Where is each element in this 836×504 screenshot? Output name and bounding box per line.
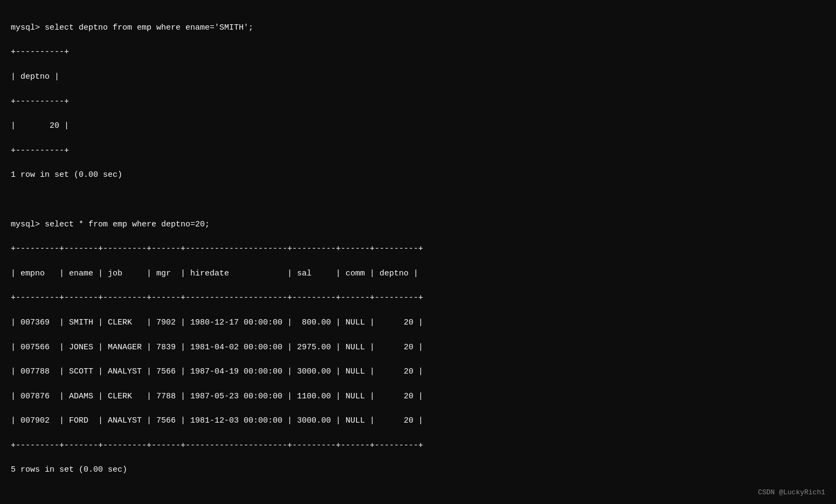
table2-row4: | 007876 | ADAMS | CLERK | 7788 | 1987-0… xyxy=(11,392,423,401)
table1-row1: | 20 | xyxy=(11,121,69,130)
query1-line: mysql> select deptno from emp where enam… xyxy=(11,23,253,32)
table2-row5: | 007902 | FORD | ANALYST | 7566 | 1981-… xyxy=(11,416,423,425)
table1-border-top: +----------+ xyxy=(11,47,69,57)
table2-row2: | 007566 | JONES | MANAGER | 7839 | 1981… xyxy=(11,343,423,352)
table1-border-bot: +----------+ xyxy=(11,146,69,155)
watermark-text: CSDN @LuckyRich1 xyxy=(758,487,825,498)
table2-row3: | 007788 | SCOTT | ANALYST | 7566 | 1987… xyxy=(11,367,423,376)
table1-result: 1 row in set (0.00 sec) xyxy=(11,170,122,179)
query2-line: mysql> select * from emp where deptno=20… xyxy=(11,220,210,229)
table2-border-top: +---------+-------+---------+------+----… xyxy=(11,244,423,253)
terminal-output: mysql> select deptno from emp where enam… xyxy=(11,10,825,504)
table1-border-mid: +----------+ xyxy=(11,97,69,106)
table2-result: 5 rows in set (0.00 sec) xyxy=(11,465,127,474)
table2-border-bot: +---------+-------+---------+------+----… xyxy=(11,441,423,450)
table2-header: | empno | ename | job | mgr | hiredate |… xyxy=(11,269,418,278)
table2-row1: | 007369 | SMITH | CLERK | 7902 | 1980-1… xyxy=(11,318,423,327)
table2-border-mid: +---------+-------+---------+------+----… xyxy=(11,293,423,302)
blank1 xyxy=(11,195,16,204)
blank2 xyxy=(11,490,16,499)
table1-header: | deptno | xyxy=(11,72,59,81)
